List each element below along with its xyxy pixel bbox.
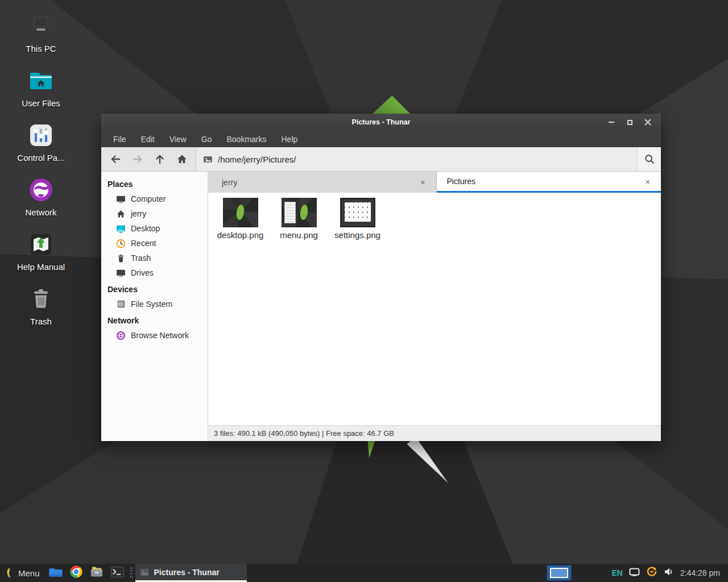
desktop-icon-this-pc[interactable]: This PC (8, 13, 74, 53)
maximize-icon (627, 120, 632, 125)
sidebar-item-desktop[interactable]: Desktop (101, 221, 208, 236)
tab-close-button[interactable]: × (418, 177, 428, 188)
sidebar-item-file-system[interactable]: File System (101, 297, 208, 311)
mint-logo-leaf-sliver (365, 441, 375, 458)
file-list[interactable]: desktop.png menu.png settings.png (208, 193, 661, 425)
keyboard-layout-indicator[interactable]: EN (611, 568, 622, 577)
menu-button[interactable]: Menu (0, 564, 46, 582)
home-button[interactable] (172, 149, 191, 169)
volume-tray-item[interactable] (664, 567, 674, 579)
forward-button[interactable] (128, 149, 147, 169)
status-bar: 3 files: 490.1 kB (490,050 bytes) | Free… (208, 425, 661, 441)
tab-close-button[interactable]: × (643, 176, 653, 186)
menubar: File Edit View Go Bookmarks Help (101, 131, 661, 147)
menu-help[interactable]: Help (274, 132, 305, 147)
mint-logo-white-swoosh (407, 436, 452, 487)
sidebar-item-drives[interactable]: Drives (101, 265, 208, 280)
system-tray: EN 2:44:28 pm (601, 566, 728, 580)
file-manager-launcher[interactable] (49, 566, 63, 580)
tab-jerry[interactable]: jerry × (208, 172, 437, 193)
close-icon (644, 119, 651, 126)
browse-network-icon (116, 331, 126, 340)
control-panel-icon (27, 122, 55, 149)
toolbar: /home/jerry/Pictures/ (101, 147, 661, 172)
desktop-icon-help-manual[interactable]: Help Manual (8, 231, 74, 272)
drives-icon (116, 268, 126, 278)
thumbnail-leaf (299, 204, 308, 220)
workspace-switcher[interactable] (547, 565, 572, 581)
taskbar-separator-handle[interactable] (130, 567, 133, 579)
menu-view[interactable]: View (162, 132, 194, 147)
forward-icon (132, 153, 143, 165)
search-button[interactable] (637, 147, 661, 171)
maximize-button[interactable] (624, 117, 635, 127)
file-settings-png[interactable]: settings.png (328, 198, 387, 240)
recent-clock-icon (116, 239, 126, 248)
desktop-icon-user-files[interactable]: User Files (8, 67, 74, 108)
network-icon (27, 176, 55, 203)
file-name: desktop.png (217, 230, 264, 240)
sidebar: Places Computer jerry Desktop Recent Tra… (101, 172, 208, 441)
window-titlebar[interactable]: Pictures - Thunar (101, 114, 661, 131)
thunar-task-icon (140, 568, 149, 576)
task-button-thunar[interactable]: Pictures - Thunar (135, 564, 247, 582)
minimize-button[interactable] (606, 117, 617, 127)
sidebar-item-label: Desktop (131, 224, 160, 233)
sidebar-item-label: Trash (131, 253, 151, 263)
display-icon (629, 568, 640, 576)
desktop-monitor-icon (116, 224, 126, 234)
display-tray-item[interactable] (629, 568, 640, 579)
file-menu-png[interactable]: menu.png (270, 198, 328, 240)
sidebar-item-recent[interactable]: Recent (101, 236, 208, 251)
menu-file[interactable]: File (106, 132, 134, 147)
volume-icon (664, 567, 674, 576)
taskbar: Menu Pictures - Thunar EN (0, 564, 728, 582)
sidebar-item-label: Drives (131, 268, 154, 277)
desktop-icon-column: This PC User Files Control Pa... Network… (8, 13, 74, 326)
archive-launcher[interactable] (90, 566, 104, 580)
desktop-icon-label: User Files (22, 98, 60, 108)
sidebar-item-jerry[interactable]: jerry (101, 206, 208, 221)
tab-pictures[interactable]: Pictures × (437, 172, 661, 193)
back-button[interactable] (106, 149, 125, 169)
files-icon (49, 566, 63, 577)
trash-icon (116, 253, 126, 263)
sidebar-item-browse-network[interactable]: Browse Network (101, 328, 208, 343)
taskbar-clock[interactable]: 2:44:28 pm (680, 568, 722, 577)
update-manager-tray-item[interactable] (646, 566, 657, 580)
chrome-launcher[interactable] (70, 566, 82, 580)
quick-launchers (46, 566, 127, 580)
sidebar-header-devices: Devices (101, 280, 208, 297)
file-desktop-png[interactable]: desktop.png (211, 198, 270, 240)
menu-edit[interactable]: Edit (134, 132, 162, 147)
sidebar-item-label: Recent (131, 239, 156, 248)
window-title: Pictures - Thunar (101, 118, 661, 126)
up-button[interactable] (150, 149, 169, 169)
desktop-icon-control-panel[interactable]: Control Pa... (8, 122, 74, 163)
desktop-icon-label: Network (25, 207, 56, 217)
terminal-launcher[interactable] (111, 567, 124, 580)
sidebar-item-label: Browse Network (131, 331, 189, 340)
image-location-icon (203, 155, 213, 164)
tab-label: Pictures (447, 177, 476, 186)
update-refresh-icon (646, 566, 657, 577)
chrome-icon (70, 566, 82, 578)
sidebar-header-network: Network (101, 311, 208, 328)
menu-go[interactable]: Go (194, 132, 220, 147)
sidebar-item-trash[interactable]: Trash (101, 251, 208, 265)
sidebar-item-computer[interactable]: Computer (101, 192, 208, 206)
sidebar-header-places: Places (101, 175, 208, 192)
help-manual-icon (27, 231, 55, 258)
search-icon (644, 153, 655, 165)
address-bar[interactable]: /home/jerry/Pictures/ (196, 147, 637, 171)
trash-icon (27, 285, 55, 313)
desktop-icon-trash[interactable]: Trash (8, 285, 74, 326)
close-button[interactable] (643, 117, 653, 127)
desktop-icon-label: Control Pa... (17, 153, 64, 163)
desktop-icon-network[interactable]: Network (8, 176, 74, 217)
sidebar-item-label: File System (131, 300, 172, 309)
desktop-icon-label: Help Manual (17, 262, 65, 272)
menu-bookmarks[interactable]: Bookmarks (219, 132, 274, 147)
thumbnail-menu-panel (284, 202, 296, 223)
back-icon (110, 153, 121, 165)
